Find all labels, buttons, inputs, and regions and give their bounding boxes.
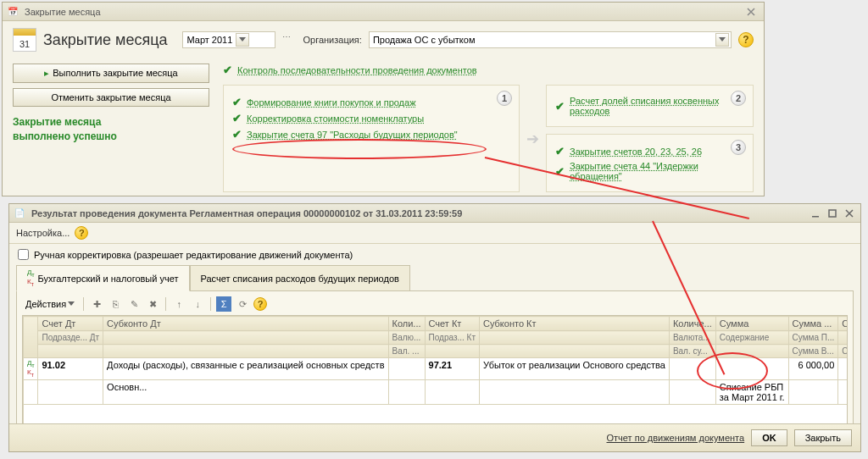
actions-menu[interactable]: Действия bbox=[22, 297, 78, 311]
step-2-box: 2 ✔Расчет долей списания косвенных расхо… bbox=[546, 85, 754, 127]
step-link[interactable]: Корректировка стоимости номенклатуры bbox=[247, 113, 424, 124]
step-link[interactable]: Расчет долей списания косвенных расходов bbox=[570, 96, 744, 116]
step-number: 2 bbox=[731, 91, 746, 106]
minimize-icon[interactable] bbox=[808, 207, 823, 220]
organization-dropdown[interactable]: Продажа ОС с убытком bbox=[369, 31, 732, 48]
arrow-right-icon: ➔ bbox=[526, 130, 539, 148]
sequence-control-link[interactable]: Контроль последовательности проведения д… bbox=[237, 65, 477, 75]
dtkt-icon: ДтКт bbox=[27, 360, 34, 378]
edit-icon[interactable]: ✎ bbox=[126, 296, 142, 312]
help-icon[interactable]: ? bbox=[75, 226, 88, 240]
org-label: Организация: bbox=[303, 35, 361, 45]
tab-rbp-calc[interactable]: Расчет списания расходов будущих периодо… bbox=[190, 265, 410, 291]
check-icon: ✔ bbox=[223, 64, 232, 76]
chevron-down-icon[interactable] bbox=[715, 33, 729, 47]
help-icon[interactable]: ? bbox=[738, 32, 754, 47]
sigma-icon[interactable]: Σ bbox=[216, 296, 231, 312]
move-down-icon[interactable]: ↓ bbox=[190, 296, 205, 312]
window-title: Закрытие месяца bbox=[25, 7, 101, 17]
tab-accounting[interactable]: ДтКт Бухгалтерский и налоговый учет bbox=[16, 265, 190, 291]
result-window: 📄 Результат проведения документа Регламе… bbox=[8, 203, 861, 452]
step-link[interactable]: Формирование книги покупок и продаж bbox=[247, 97, 416, 108]
maximize-icon[interactable] bbox=[825, 207, 840, 220]
document-icon: 📄 bbox=[13, 207, 26, 220]
postings-grid: Счет Дт Субконто Дт Коли... Счет Кт Субк… bbox=[22, 315, 848, 431]
close-icon[interactable] bbox=[742, 5, 760, 19]
titlebar: 📄 Результат проведения документа Регламе… bbox=[9, 204, 860, 223]
dtkt-icon: ДтКт bbox=[27, 269, 34, 287]
delete-icon[interactable]: ✖ bbox=[145, 296, 160, 312]
settings-link[interactable]: Настройка... bbox=[16, 228, 70, 238]
copy-icon[interactable]: ⎘ bbox=[108, 296, 123, 312]
check-icon: ✔ bbox=[232, 96, 242, 108]
table-row[interactable]: ДтКт 91.02 Доходы (расходы), связанные с… bbox=[24, 358, 849, 380]
period-dropdown[interactable]: Март 2011 bbox=[182, 31, 275, 48]
step-link[interactable]: Закрытие счета 44 "Издержки обращения" bbox=[570, 161, 744, 181]
table-row[interactable]: Основн... Списание РБПза Март 2011 г. bbox=[24, 380, 849, 405]
help-icon[interactable]: ? bbox=[253, 297, 267, 311]
window-title: Результат проведения документа Регламент… bbox=[31, 208, 462, 218]
move-up-icon[interactable]: ↑ bbox=[171, 296, 186, 312]
cancel-close-button[interactable]: Отменить закрытие месяца bbox=[13, 88, 209, 107]
check-icon: ✔ bbox=[232, 128, 242, 141]
check-icon: ✔ bbox=[555, 100, 565, 113]
close-button[interactable]: Закрыть bbox=[794, 429, 852, 446]
calendar-icon: 📅 bbox=[6, 5, 19, 19]
check-icon: ✔ bbox=[232, 112, 242, 124]
footer: Отчет по движениям документа OK Закрыть bbox=[9, 423, 860, 451]
ok-button[interactable]: OK bbox=[751, 429, 787, 446]
step-number: 3 bbox=[731, 140, 746, 155]
add-icon[interactable]: ✚ bbox=[89, 296, 104, 312]
svg-rect-0 bbox=[812, 216, 819, 218]
refresh-icon[interactable]: ⟳ bbox=[235, 296, 250, 312]
step-3-box: 3 ✔Закрытие счетов 20, 23, 25, 26 ✔Закры… bbox=[546, 134, 754, 192]
status-text: Закрытие месяца выполнено успешно bbox=[13, 115, 209, 144]
manual-correction-label: Ручная корректировка (разрешает редактир… bbox=[34, 250, 353, 260]
manual-correction-checkbox[interactable] bbox=[18, 249, 29, 260]
close-icon[interactable] bbox=[842, 207, 857, 220]
step-number: 1 bbox=[497, 91, 512, 106]
chevron-down-icon[interactable] bbox=[236, 33, 249, 47]
titlebar: 📅 Закрытие месяца bbox=[3, 3, 764, 21]
step-link[interactable]: Закрытие счетов 20, 23, 25, 26 bbox=[570, 147, 702, 157]
svg-rect-1 bbox=[829, 210, 836, 217]
page-title: Закрытие месяца bbox=[43, 31, 167, 49]
run-close-button[interactable]: Выполнить закрытие месяца bbox=[13, 64, 209, 83]
check-icon: ✔ bbox=[555, 165, 565, 178]
ellipsis-icon[interactable]: ⋯ bbox=[282, 32, 296, 47]
month-close-window: 📅 Закрытие месяца Закрытие месяца Март 2… bbox=[2, 2, 765, 196]
step-link-97[interactable]: Закрытие счета 97 "Расходы будущих перио… bbox=[247, 130, 458, 140]
calendar-icon bbox=[13, 28, 36, 52]
report-link[interactable]: Отчет по движениям документа bbox=[607, 433, 745, 443]
step-1-box: 1 ✔Формирование книги покупок и продаж ✔… bbox=[223, 85, 520, 192]
check-icon: ✔ bbox=[555, 145, 565, 158]
